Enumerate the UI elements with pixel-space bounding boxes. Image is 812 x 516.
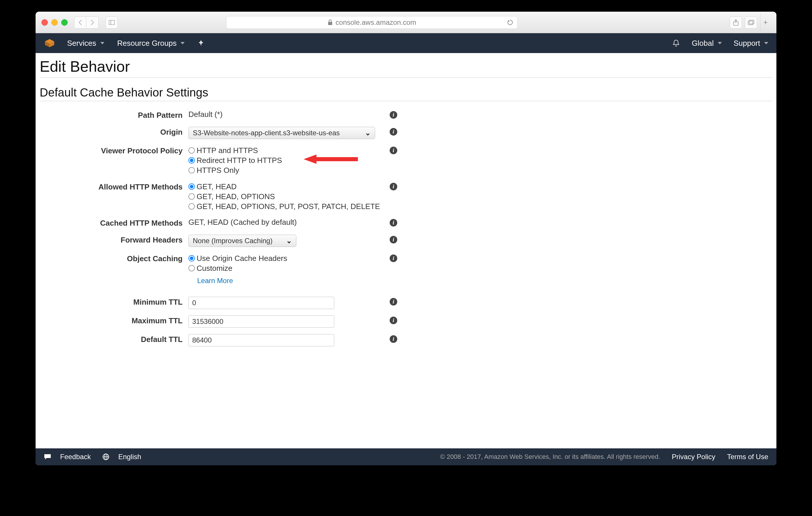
viewer-protocol-option-1[interactable]: Redirect HTTP to HTTPS	[188, 155, 772, 165]
browser-toolbar-right: +	[730, 14, 771, 31]
cached-methods-value: GET, HEAD (Cached by default)	[188, 218, 297, 226]
chevron-down-icon: ⌄	[365, 129, 371, 137]
radio-icon	[188, 167, 195, 174]
copyright-text: © 2008 - 2017, Amazon Web Services, Inc.…	[440, 453, 660, 461]
minimize-window-button[interactable]	[51, 19, 58, 26]
info-icon[interactable]: i	[390, 298, 397, 305]
window-controls	[41, 19, 68, 26]
radio-icon	[188, 193, 195, 200]
divider	[40, 78, 772, 78]
allowed-methods-option-0[interactable]: GET, HEAD	[188, 182, 772, 191]
viewer-protocol-label: Viewer Protocol Policy	[40, 146, 188, 156]
notifications-icon[interactable]	[672, 39, 680, 47]
allowed-methods-label: Allowed HTTP Methods	[40, 182, 188, 192]
caret-down-icon	[764, 42, 768, 44]
learn-more-link[interactable]: Learn More	[197, 277, 233, 284]
radio-icon	[188, 265, 195, 271]
language-link[interactable]: English	[118, 453, 141, 461]
svg-rect-5	[748, 21, 753, 25]
svg-rect-2	[328, 22, 332, 25]
feedback-link[interactable]: Feedback	[60, 453, 91, 461]
radio-label: GET, HEAD, OPTIONS	[197, 191, 275, 202]
radio-icon	[188, 255, 195, 262]
object-caching-option-0[interactable]: Use Origin Cache Headers	[188, 253, 772, 263]
back-button[interactable]	[74, 16, 86, 29]
viewer-protocol-option-2[interactable]: HTTPS Only	[188, 165, 772, 175]
privacy-link[interactable]: Privacy Policy	[672, 453, 715, 461]
services-menu[interactable]: Services	[67, 39, 105, 48]
default-ttl-input[interactable]	[188, 334, 334, 346]
tabs-button[interactable]	[745, 16, 757, 29]
aws-footer: Feedback English © 2008 - 2017, Amazon W…	[36, 448, 776, 465]
new-tab-button[interactable]: +	[760, 14, 771, 31]
divider	[40, 101, 772, 101]
info-icon[interactable]: i	[390, 254, 397, 262]
resource-groups-label: Resource Groups	[117, 39, 177, 48]
services-label: Services	[67, 39, 96, 48]
allowed-methods-option-1[interactable]: GET, HEAD, OPTIONS	[188, 191, 772, 202]
object-caching-option-1[interactable]: Customize	[188, 263, 772, 273]
info-icon[interactable]: i	[390, 147, 397, 154]
default-ttl-label: Default TTL	[40, 334, 188, 344]
page-content: Edit Behavior Default Cache Behavior Set…	[36, 53, 776, 448]
caret-down-icon	[100, 42, 105, 44]
share-button[interactable]	[730, 16, 742, 29]
svg-marker-8	[303, 154, 316, 164]
browser-window: console.aws.amazon.com + Ser	[36, 12, 776, 465]
terms-link[interactable]: Terms of Use	[727, 453, 768, 461]
min-ttl-label: Minimum TTL	[40, 297, 188, 307]
radio-label: HTTPS Only	[197, 165, 239, 175]
fullscreen-window-button[interactable]	[61, 19, 68, 26]
info-icon[interactable]: i	[390, 128, 397, 135]
info-icon[interactable]: i	[390, 111, 397, 119]
max-ttl-input[interactable]	[188, 315, 334, 328]
sidebar-toggle-button[interactable]	[106, 16, 118, 29]
chevron-down-icon: ⌄	[286, 237, 292, 245]
resource-groups-menu[interactable]: Resource Groups	[117, 39, 185, 48]
globe-icon	[103, 453, 109, 460]
max-ttl-label: Maximum TTL	[40, 315, 188, 326]
address-host: console.aws.amazon.com	[336, 18, 416, 27]
aws-logo-icon[interactable]	[44, 37, 55, 49]
info-icon[interactable]: i	[390, 316, 397, 324]
radio-label: GET, HEAD, OPTIONS, PUT, POST, PATCH, DE…	[197, 202, 380, 211]
radio-label: GET, HEAD	[197, 182, 236, 191]
pin-icon[interactable]	[198, 40, 204, 47]
forward-button[interactable]	[86, 16, 98, 29]
nav-back-forward	[74, 16, 98, 29]
svg-rect-0	[109, 20, 115, 25]
info-icon[interactable]: i	[390, 219, 397, 226]
info-icon[interactable]: i	[390, 335, 397, 343]
region-menu[interactable]: Global	[692, 39, 722, 48]
forward-headers-label: Forward Headers	[40, 235, 188, 245]
address-bar[interactable]: console.aws.amazon.com	[226, 16, 518, 29]
origin-select[interactable]: S3-Website-notes-app-client.s3-website-u…	[188, 127, 375, 139]
viewer-protocol-option-0[interactable]: HTTP and HTTPS	[188, 146, 772, 155]
info-icon[interactable]: i	[390, 236, 397, 243]
radio-label: HTTP and HTTPS	[197, 146, 258, 155]
info-icon[interactable]: i	[390, 183, 397, 190]
path-pattern-value: Default (*)	[188, 110, 223, 119]
reload-icon[interactable]	[507, 19, 513, 26]
radio-icon	[188, 183, 195, 190]
min-ttl-input[interactable]	[188, 297, 334, 309]
support-label: Support	[733, 39, 760, 48]
page-title: Edit Behavior	[40, 58, 772, 75]
lock-icon	[327, 20, 333, 25]
support-menu[interactable]: Support	[733, 39, 768, 48]
cached-methods-label: Cached HTTP Methods	[40, 218, 188, 228]
close-window-button[interactable]	[41, 19, 48, 26]
path-pattern-label: Path Pattern	[40, 110, 188, 120]
region-label: Global	[692, 39, 714, 48]
forward-headers-select[interactable]: None (Improves Caching) ⌄	[188, 235, 296, 247]
svg-rect-6	[749, 20, 754, 24]
allowed-methods-option-2[interactable]: GET, HEAD, OPTIONS, PUT, POST, PATCH, DE…	[188, 202, 772, 211]
caret-down-icon	[718, 42, 722, 44]
object-caching-label: Object Caching	[40, 253, 188, 264]
forward-headers-selected: None (Improves Caching)	[193, 237, 272, 245]
origin-selected: S3-Website-notes-app-client.s3-website-u…	[193, 129, 340, 137]
radio-icon	[188, 147, 195, 154]
browser-toolbar: console.aws.amazon.com +	[36, 12, 776, 33]
behavior-form: Path Pattern Default (*) i Origin S3-Web…	[40, 110, 772, 346]
radio-label: Use Origin Cache Headers	[197, 253, 287, 263]
